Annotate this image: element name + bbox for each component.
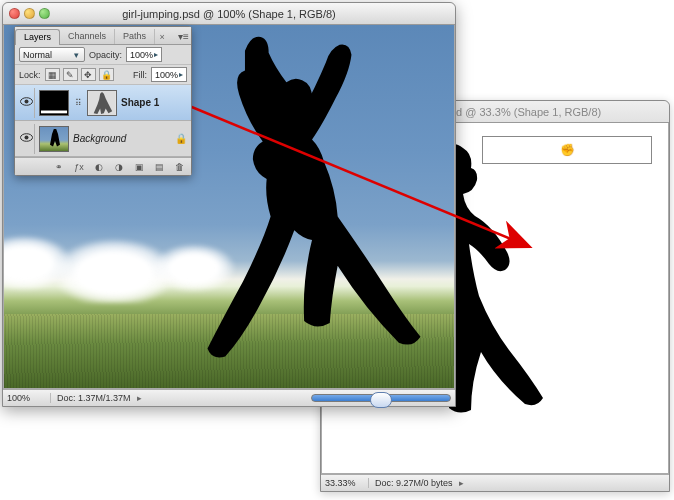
panel-close-icon[interactable]: × [155, 30, 169, 44]
layer-style-icon[interactable]: ƒx [71, 160, 87, 173]
link-icon: ⠿ [73, 98, 83, 108]
layer-name[interactable]: Background [73, 133, 126, 144]
window-title: girl-jumping.psd @ 100% (Shape 1, RGB/8) [3, 8, 455, 20]
tab-paths[interactable]: Paths [115, 29, 155, 44]
opacity-label: Opacity: [89, 50, 122, 60]
layer-thumbnail[interactable] [39, 90, 69, 116]
eye-icon [20, 133, 33, 144]
lock-label: Lock: [19, 70, 41, 80]
layer-name[interactable]: Shape 1 [121, 97, 159, 108]
panel-tabs: Layers Channels Paths × ▾≡ [15, 27, 191, 45]
close-button[interactable] [9, 8, 20, 19]
doc-size: Doc: 1.37M/1.37M [57, 393, 131, 403]
visibility-toggle[interactable] [19, 88, 35, 118]
blend-mode-value: Normal [23, 50, 52, 60]
horizontal-scrollbar[interactable] [311, 394, 451, 402]
adjustment-layer-icon[interactable]: ◑ [111, 160, 127, 173]
layer-list: ⠿ Shape 1 Background 🔒 [15, 85, 191, 157]
lock-icon: 🔒 [175, 133, 187, 144]
fill-field[interactable]: 100% ▸ [151, 67, 187, 82]
tab-channels[interactable]: Channels [60, 29, 115, 44]
blend-row: Normal ▾ Opacity: 100% ▸ [15, 45, 191, 65]
layer-group-icon[interactable]: ▣ [131, 160, 147, 173]
eye-icon [20, 97, 33, 108]
blend-mode-select[interactable]: Normal ▾ [19, 47, 85, 62]
status-bar: 100% Doc: 1.37M/1.37M ▸ [3, 389, 455, 406]
layer-mask-icon[interactable]: ◐ [91, 160, 107, 173]
fill-value: 100% [155, 70, 178, 80]
grab-cursor-icon: ✊ [560, 143, 575, 157]
layer-thumbnail[interactable] [39, 126, 69, 152]
lock-position-icon[interactable]: ✥ [81, 68, 96, 81]
svg-point-6 [25, 136, 29, 140]
svg-rect-3 [41, 111, 67, 114]
lock-transparency-icon[interactable]: ▦ [45, 68, 60, 81]
visibility-toggle[interactable] [19, 124, 35, 154]
opacity-field[interactable]: 100% ▸ [126, 47, 162, 62]
layers-panel[interactable]: Layers Channels Paths × ▾≡ Normal ▾ Opac… [14, 26, 192, 176]
minimize-button[interactable] [24, 8, 35, 19]
opacity-value: 100% [130, 50, 153, 60]
layer-shape-1[interactable]: ⠿ Shape 1 [15, 85, 191, 121]
traffic-lights [9, 8, 50, 19]
new-layer-icon[interactable]: ▤ [151, 160, 167, 173]
zoom-button[interactable] [39, 8, 50, 19]
chevron-down-icon: ▾ [71, 50, 81, 60]
zoom-field[interactable]: 33.33% [325, 478, 369, 488]
panel-footer: ⚭ ƒx ◐ ◑ ▣ ▤ 🗑 [15, 157, 191, 175]
titlebar[interactable]: girl-jumping.psd @ 100% (Shape 1, RGB/8) [3, 3, 455, 25]
chevron-right-icon: ▸ [154, 50, 158, 59]
link-layers-icon[interactable]: ⚭ [51, 160, 67, 173]
lock-pixels-icon[interactable]: ✎ [63, 68, 78, 81]
doc-size: Doc: 9.27M/0 bytes [375, 478, 453, 488]
svg-point-1 [25, 100, 29, 104]
delete-layer-icon[interactable]: 🗑 [171, 160, 187, 173]
lock-all-icon[interactable]: 🔒 [99, 68, 114, 81]
status-menu-icon[interactable]: ▸ [137, 393, 142, 403]
lock-row: Lock: ▦ ✎ ✥ 🔒 Fill: 100% ▸ [15, 65, 191, 85]
chevron-right-icon: ▸ [179, 70, 183, 79]
fill-label: Fill: [133, 70, 147, 80]
status-bar: 33.33% Doc: 9.27M/0 bytes ▸ [321, 474, 669, 491]
layer-background[interactable]: Background 🔒 [15, 121, 191, 157]
zoom-field[interactable]: 100% [7, 393, 51, 403]
drag-drop-target[interactable]: ✊ [482, 136, 652, 164]
vector-mask-thumbnail[interactable] [87, 90, 117, 116]
tab-layers[interactable]: Layers [15, 29, 60, 45]
panel-menu-icon[interactable]: ▾≡ [175, 29, 191, 44]
silhouette-girl-jumping [184, 33, 444, 388]
status-menu-icon[interactable]: ▸ [459, 478, 464, 488]
